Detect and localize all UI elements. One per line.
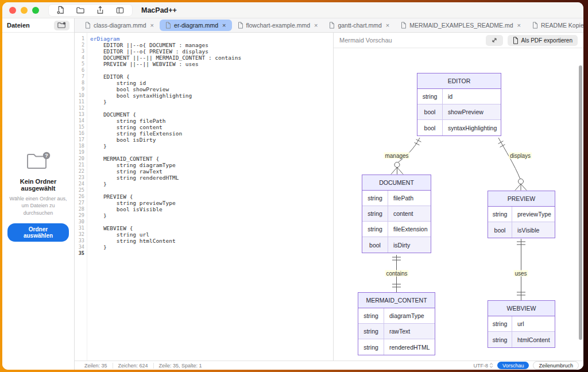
line-number: 33 <box>75 238 87 244</box>
attribute-name: htmlContent <box>512 332 555 347</box>
app-title: MacPad++ <box>141 6 177 14</box>
relation-label-displays: displays <box>509 153 532 159</box>
code-line: WEBVIEW { <box>90 225 333 231</box>
line-number: 11 <box>75 99 87 105</box>
code-line: DOCUMENT ||--|| MERMAID_CONTENT : contai… <box>90 55 333 61</box>
tab-close-icon[interactable]: × <box>314 22 318 29</box>
attribute-type: string <box>362 206 388 221</box>
attribute-name: filePath <box>388 191 431 206</box>
new-file-icon[interactable] <box>56 6 65 14</box>
encoding-label: UTF-8 <box>473 363 488 369</box>
minimize-window-button[interactable] <box>21 7 28 14</box>
code-line: EDITOR ||--o{ PREVIEW : displays <box>90 48 333 55</box>
code-line: bool showPreview <box>90 86 333 92</box>
expand-preview-button[interactable] <box>486 35 503 46</box>
status-item: Zeile: 35, Spalte: 1 <box>154 363 207 369</box>
tab-label: gantt-chart.mmd <box>338 22 381 29</box>
line-number: 32 <box>75 231 87 238</box>
attribute-type: string <box>358 339 384 355</box>
line-number: 21 <box>75 162 87 168</box>
editor-pane: 1234567891011121314151617181920212223242… <box>75 33 334 361</box>
line-number: 12 <box>75 105 87 111</box>
entity-attribute-row: stringdiagramType <box>358 308 435 324</box>
attribute-type: string <box>358 324 384 339</box>
tab-readme-kopie-md[interactable]: README Kopie.md× <box>527 18 583 32</box>
entity-attribute-row: stringrenderedHTML <box>358 339 435 355</box>
encoding-select[interactable]: UTF-8 <box>473 363 493 369</box>
empty-state-subtitle: Wähle einen Ordner aus, um Dateien zu du… <box>7 195 69 217</box>
preview-toggle-button[interactable]: Vorschau <box>497 362 529 369</box>
code-line <box>90 187 333 193</box>
code-line: } <box>90 212 333 219</box>
empty-state-title: Kein Ordner ausgewählt <box>7 178 69 192</box>
entity-attribute-row: stringurl <box>488 316 555 332</box>
attribute-type: string <box>358 308 384 323</box>
export-pdf-button[interactable]: Als PDF exportieren <box>508 35 578 46</box>
attribute-type: bool <box>488 222 512 238</box>
file-icon <box>238 22 243 29</box>
attribute-type: string <box>488 316 512 331</box>
code-line: string htmlContent <box>90 238 333 244</box>
folder-question-icon: ? <box>26 152 51 172</box>
attribute-name: diagramType <box>384 308 435 323</box>
line-number: 25 <box>75 187 87 193</box>
open-folder-icon[interactable] <box>76 6 85 14</box>
tab-label: README Kopie.md <box>541 22 583 29</box>
preview-scrollbar[interactable] <box>579 65 582 340</box>
attribute-type: string <box>362 222 388 237</box>
code-line: bool isDirty <box>90 137 333 143</box>
line-number: 13 <box>75 111 87 118</box>
choose-folder-button[interactable]: Ordner auswählen <box>7 223 69 242</box>
line-number: 6 <box>75 67 87 73</box>
attribute-name: renderedHTML <box>384 339 435 355</box>
tab-gantt-chart-mmd[interactable]: gantt-chart.mmd× <box>323 18 395 32</box>
line-number: 29 <box>75 212 87 219</box>
code-line: EDITOR ||--o{ DOCUMENT : manages <box>90 42 333 48</box>
tab-close-icon[interactable]: × <box>517 22 521 29</box>
relation-label-uses: uses <box>513 270 528 277</box>
code-line: } <box>90 99 333 105</box>
tab-class-diagram-mmd[interactable]: class-diagram.mmd× <box>79 18 160 32</box>
expand-arrows-icon <box>491 37 498 44</box>
attribute-name: isVisible <box>512 222 555 238</box>
line-number: 27 <box>75 200 87 206</box>
attribute-name: rawText <box>384 324 435 339</box>
share-icon[interactable] <box>96 6 105 14</box>
tab-er-diagram-mmd[interactable]: er-diagram.mmd× <box>160 20 231 31</box>
code-line: PREVIEW ||--|| WEBVIEW : uses <box>90 61 333 67</box>
attribute-name: previewType <box>512 207 555 222</box>
code-line: string diagramType <box>90 162 333 168</box>
line-number: 26 <box>75 193 87 200</box>
tab-label: flowchart-example.mmd <box>246 22 310 29</box>
code-line <box>90 250 333 257</box>
code-line: PREVIEW { <box>90 193 333 200</box>
export-pdf-label: Als PDF exportieren <box>521 37 572 44</box>
entity-name: EDITOR <box>417 73 501 89</box>
toggle-sidebar-icon[interactable] <box>115 6 125 14</box>
tab-mermaid-examples-readme-md[interactable]: MERMAID_EXAMPLES_README.md× <box>395 18 527 32</box>
entity-attribute-row: stringfileExtension <box>362 222 431 237</box>
entity-webview: WEBVIEWstringurlstringhtmlContent <box>488 300 555 348</box>
code-line: string previewType <box>90 200 333 206</box>
preview-header: Mermaid Vorschau Als PDF exportieren <box>334 33 583 48</box>
tab-close-icon[interactable]: × <box>386 22 389 29</box>
tab-label: class-diagram.mmd <box>94 22 146 29</box>
code-line: string url <box>90 231 333 238</box>
code-editor[interactable]: erDiagram EDITOR ||--o{ DOCUMENT : manag… <box>87 33 333 361</box>
entity-attribute-row: stringcontent <box>362 206 431 222</box>
attribute-name: syntaxHighlighting <box>443 120 501 135</box>
tab-close-icon[interactable]: × <box>150 22 154 29</box>
zoom-window-button[interactable] <box>32 7 39 14</box>
attribute-name: isDirty <box>388 237 431 253</box>
tab-close-icon[interactable]: × <box>222 22 226 29</box>
entity-name: MERMAID_CONTENT <box>358 293 435 308</box>
tab-flowchart-example-mmd[interactable]: flowchart-example.mmd× <box>232 18 324 32</box>
attribute-type: bool <box>417 104 443 119</box>
word-wrap-button[interactable]: Zeilenumbruch <box>533 361 579 370</box>
close-window-button[interactable] <box>9 7 16 14</box>
code-line <box>90 149 333 156</box>
line-number: 10 <box>75 92 87 99</box>
line-number: 3 <box>75 48 87 55</box>
line-number: 35 <box>75 250 87 257</box>
tab-bar: class-diagram.mmd×er-diagram.mmd×flowcha… <box>75 18 583 33</box>
